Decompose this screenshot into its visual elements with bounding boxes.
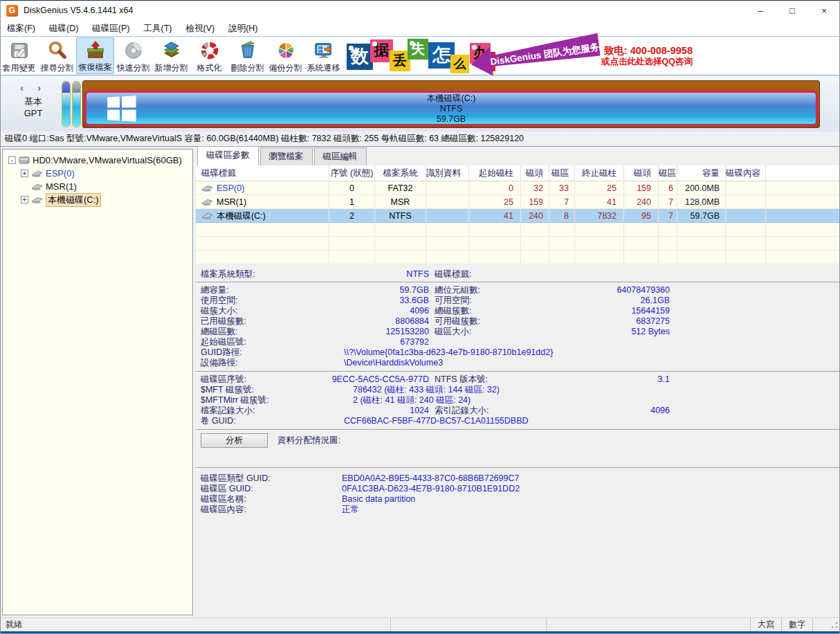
tab-sector-edit[interactable]: 磁區編輯: [314, 147, 367, 165]
table-row-c-drive-selected[interactable]: 本機磁碟(C:) 2 NTFS 41 240 8 7832 95 7 59.7G…: [196, 209, 840, 223]
delete-partition-button[interactable]: 刪除分割: [228, 37, 266, 74]
header-identify[interactable]: 識別資料: [426, 165, 469, 181]
maximize-button[interactable]: □: [776, 0, 808, 21]
banner-tile: 么: [450, 55, 469, 73]
detail-row: 總磁區數: 125153280 磁區大小: 512 Bytes: [196, 327, 840, 337]
new-partition-button[interactable]: 新增分割: [152, 37, 190, 74]
tab-browse-files[interactable]: 瀏覽檔案: [260, 147, 313, 165]
banner-tile: 失: [408, 39, 428, 60]
promo-banner[interactable]: 数 据 丢 失 怎 么 办 ! DiskGenius 团队为您服务 致电: 40…: [347, 37, 693, 75]
search-partition-button[interactable]: 搜尋分割: [38, 37, 76, 74]
recover-files-button[interactable]: 恢復檔案: [76, 37, 114, 74]
title-bar: G DiskGenius V5.4.6.1441 x64 – □ ×: [0, 0, 840, 21]
expand-icon[interactable]: +: [21, 170, 28, 177]
cell-start-sector: 8: [549, 209, 575, 222]
header-filesystem[interactable]: 檔案系統: [375, 165, 426, 181]
banner-tile: 数: [347, 44, 373, 70]
cell-end-sector: 6: [659, 181, 677, 194]
detail-value: 59.7GB: [287, 285, 429, 296]
status-ready: 就緒: [0, 618, 391, 631]
tab-strip: 磁碟區參數 瀏覽檔案 磁區編輯: [196, 147, 840, 165]
header-end-head[interactable]: 磁頭: [624, 165, 659, 181]
partition-table: 磁碟標籤 序號 (狀態) 檔案系統 識別資料 起始磁柱 磁頭 磁區 終止磁柱 磁…: [196, 165, 840, 264]
cell-start-head: 159: [521, 195, 549, 208]
menu-help[interactable]: 說明(H): [221, 21, 264, 36]
detail-row: 總容量: 59.7GB 總位元組數: 64078479360: [196, 285, 840, 296]
header-end-sector[interactable]: 磁區: [659, 165, 677, 181]
disk-label-label: 磁碟標籤:: [435, 267, 524, 282]
system-migration-button[interactable]: 系統遷移: [304, 37, 343, 74]
minimize-button[interactable]: –: [745, 0, 776, 21]
collapse-icon[interactable]: -: [8, 156, 16, 164]
table-row-msr[interactable]: MSR(1) 1 MSR 25 159 7 41 240 7 128.0MB: [196, 195, 840, 209]
detail-label: $MFT 磁簇號:: [201, 385, 287, 395]
disk-info-line: 磁碟0 端口:Sas 型號:VMware,VMwareVirtualS 容量: …: [0, 132, 840, 147]
header-capacity[interactable]: 容量: [677, 165, 726, 181]
status-bar: 就緒 大寫 數字: [0, 617, 840, 631]
banner-phone-text: 致电: 400-008-9958: [601, 44, 693, 57]
menu-partition[interactable]: 磁碟區(P): [85, 21, 136, 36]
detail-label: $MFTMirr 磁簇號:: [201, 395, 287, 406]
disk-nav-arrows[interactable]: ‹ ›: [12, 82, 54, 93]
detail-row: 使用空間: 33.6GB 可用空間: 26.1GB: [196, 296, 840, 306]
analyze-button[interactable]: 分析: [201, 433, 268, 448]
table-row-esp[interactable]: ESP(0) 0 FAT32 0 32 33 25 159 6 200.0MB: [196, 181, 840, 195]
row-label: 本機磁碟(C:): [217, 209, 266, 222]
cell-start-sector: 33: [549, 181, 575, 194]
cell-start-cyl: 25: [469, 195, 521, 208]
detail-label: 磁簇大小:: [201, 306, 287, 316]
detail-label: 磁碟區序號:: [201, 374, 287, 385]
detail-label: 索引記錄大小:: [435, 406, 524, 416]
tree-item-esp[interactable]: + ESP(0): [3, 167, 192, 180]
detail-value: 786432 (磁柱: 433 磁頭: 144 磁區: 32): [353, 385, 500, 395]
header-start-sector[interactable]: 磁區: [549, 165, 575, 181]
mft-row: $MFT 磁簇號: 786432 (磁柱: 433 磁頭: 144 磁區: 32…: [196, 385, 840, 395]
tree-item-msr[interactable]: MSR(1): [3, 180, 192, 193]
menu-disk[interactable]: 磁碟(D): [42, 21, 85, 36]
status-caps-lock: 大寫: [751, 618, 782, 631]
header-start-cyl[interactable]: 起始磁柱: [469, 165, 521, 181]
tree-item-label: ESP(0): [46, 168, 75, 179]
quick-partition-button[interactable]: 快速分割: [114, 37, 152, 74]
detail-value: 9ECC-5AC5-CC5A-977D: [287, 374, 429, 385]
tab-partition-parameters[interactable]: 磁碟區參數: [197, 146, 259, 165]
banner-qq-link[interactable]: 或点击此处选择QQ咨询: [601, 57, 693, 68]
header-start-head[interactable]: 磁頭: [521, 165, 549, 181]
header-disk-content[interactable]: 磁碟內容: [726, 165, 766, 181]
c-drive-partition-bar[interactable]: 本機磁碟(C:) NTFS 59.7GB: [84, 91, 818, 126]
tile-dot: [349, 46, 354, 51]
detail-value: CCF66BAC-F5BF-477D-BC57-C1A01155DBBD: [344, 416, 529, 426]
backup-partition-button[interactable]: 備份分割: [266, 37, 304, 74]
resize-grip[interactable]: [813, 618, 840, 631]
detail-label: 磁碟區類型 GUID:: [201, 473, 342, 484]
detail-value: 15644159: [524, 306, 670, 316]
msr-partition-minibar[interactable]: [72, 81, 81, 127]
header-volume-label[interactable]: 磁碟標籤: [196, 165, 329, 181]
format-button[interactable]: 格式化: [190, 37, 228, 74]
close-button[interactable]: ×: [808, 0, 840, 21]
tree-item-label-selected: 本機磁碟(C:): [46, 193, 101, 207]
cell-serial: 1: [329, 195, 375, 208]
banner-tiles: 数 据 丢 失 怎 么 办 !: [347, 38, 468, 74]
header-end-cyl[interactable]: 終止磁柱: [575, 165, 624, 181]
expand-icon[interactable]: +: [21, 196, 28, 203]
menu-tools[interactable]: 工具(T): [137, 21, 179, 36]
partition-icon: [201, 199, 213, 206]
guid-path-value: \\?\Volume{0fa1c3ba-d623-4e7b-9180-8710b…: [344, 347, 553, 358]
magnifier-icon: [46, 39, 69, 62]
tree-item-hd0[interactable]: - HD0:VMware,VMwareVirtualS(60GB): [3, 154, 192, 167]
tree-item-c-drive[interactable]: + 本機磁碟(C:): [3, 193, 192, 206]
header-serial-status[interactable]: 序號 (狀態): [329, 165, 375, 181]
cell-filesystem: NTFS: [375, 209, 426, 222]
menu-view[interactable]: 檢視(V): [179, 21, 221, 36]
cell-serial: 2: [329, 209, 375, 222]
apply-changes-button[interactable]: 套用變更: [0, 37, 38, 74]
menu-file[interactable]: 檔案(F): [0, 21, 42, 36]
disk-graphic-panel: ‹ › 基本 GPT 本機磁碟(C:) NTFS 59.7GB: [0, 76, 840, 132]
tree-item-label: HD0:VMware,VMwareVirtualS(60GB): [33, 155, 182, 165]
esp-partition-minibar[interactable]: [62, 81, 71, 127]
partition-icon: [201, 185, 213, 192]
detail-value: 6837275: [524, 316, 670, 327]
detail-value: 2 (磁柱: 41 磁頭: 240 磁區: 24): [353, 395, 471, 406]
cell-end-head: 95: [624, 209, 659, 222]
